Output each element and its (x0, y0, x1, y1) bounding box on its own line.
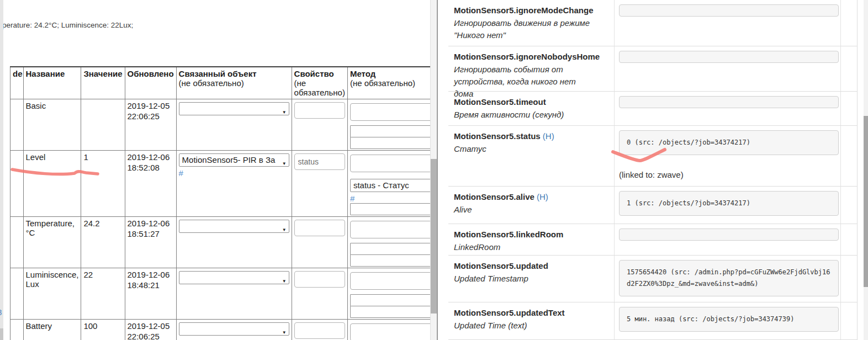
object-property-value-box[interactable]: 1 (src: /objects/?job=34374217) (619, 191, 839, 216)
table-header-row: de Название Значение Обновлено Связанный… (10, 67, 438, 99)
object-property-row: MotionSensor5.status (H) Статус 0 (src: … (448, 126, 858, 187)
page-root: perature: 24.2°C; Luminiscence: 22Lux; d… (0, 0, 868, 340)
method-input[interactable] (350, 125, 438, 137)
column-header-code: de (10, 67, 24, 99)
column-header-linked-object-title: Связанный объект (179, 69, 289, 78)
object-property-name: MotionSensor5.ignoreNobodysHome (454, 51, 601, 62)
column-header-updated: Обновлено (125, 67, 176, 99)
property-updated-cell: 2019-12-06 18:51:27 (125, 217, 176, 268)
linked-object-select[interactable]: ▼ (179, 271, 289, 284)
dropdown-arrow-icon: ▼ (282, 107, 287, 115)
updated-date: 2019-12-05 (128, 101, 174, 111)
column-header-value: Значение (81, 67, 125, 99)
property-input[interactable] (294, 220, 345, 236)
column-header-property-title: Свойство (294, 69, 345, 78)
method-input[interactable] (350, 294, 438, 306)
object-property-value-box[interactable] (619, 96, 839, 108)
object-property-name: MotionSensor5.ignoreModeChange (454, 5, 601, 16)
history-link[interactable]: (H) (537, 192, 548, 201)
object-property-name: MotionSensor5.timeout (454, 97, 601, 108)
history-link[interactable]: (H) (543, 131, 554, 141)
object-property-row: MotionSensor5.ignoreNobodysHome Игнориро… (448, 46, 858, 92)
column-header-method-title: Метод (350, 69, 438, 78)
dropdown-arrow-icon: ▼ (282, 224, 287, 233)
linked-object-select[interactable]: ▼ (179, 322, 289, 336)
object-property-name: MotionSensor5.status (454, 131, 541, 141)
method-input[interactable] (350, 272, 438, 290)
property-input[interactable] (294, 102, 345, 119)
object-property-row: MotionSensor5.alive (H) Alive 1 (src: /o… (448, 187, 858, 224)
object-property-value-box[interactable] (619, 4, 839, 17)
method-hash-link[interactable]: # (350, 194, 354, 203)
updated-date: 2019-12-06 (128, 219, 174, 229)
table-row-luminiscence: Luminiscence, Lux 22 2019-12-06 18:48:21… (10, 268, 438, 320)
object-properties-panel: MotionSensor5.ignoreModeChange Игнориров… (448, 0, 858, 340)
object-property-row: MotionSensor5.timeout Время активности (… (448, 92, 858, 126)
updated-time: 18:52:08 (128, 163, 174, 173)
object-property-row: MotionSensor5.linkedRoom LinkedRoom (448, 224, 858, 256)
object-property-name: MotionSensor5.updatedText (454, 307, 601, 318)
updated-time: 18:48:21 (128, 280, 174, 291)
method-input[interactable] (350, 243, 438, 255)
property-value-cell: 24.2 (81, 217, 125, 268)
method-input[interactable] (350, 137, 438, 149)
object-property-value-box[interactable]: 5 мин. назад (src: /objects/?job=3437473… (619, 307, 839, 332)
column-header-linked-object-note: (не обязательно) (179, 78, 289, 88)
object-property-description: Статус (454, 143, 592, 155)
object-property-description: Updated Timestamp (454, 273, 592, 285)
object-property-value-box[interactable]: 0 (src: /objects/?job=34374217) (619, 130, 839, 155)
battery-code-link-fragment[interactable]: 8 (0, 307, 3, 317)
linked-object-select[interactable]: MotionSensor5- PIR в За ▼ (179, 153, 289, 167)
method-input[interactable] (350, 254, 438, 267)
updated-time: 22:06:25 (128, 111, 174, 122)
dropdown-arrow-icon: ▼ (282, 327, 287, 336)
property-value-cell (81, 99, 125, 151)
object-property-description: Alive (454, 204, 592, 216)
property-updated-cell: 2019-12-06 18:48:21 (125, 268, 176, 320)
table-row-level: Level 1 2019-12-06 18:52:08 MotionSensor… (10, 151, 438, 217)
column-header-method: Метод (не обязательно) (347, 67, 438, 99)
property-name-cell: Luminiscence, Lux (23, 268, 81, 320)
property-value-cell: 1 (81, 151, 125, 217)
device-properties-table: de Название Значение Обновлено Связанный… (10, 66, 438, 340)
object-property-name: MotionSensor5.linkedRoom (454, 229, 601, 240)
linked-object-select[interactable]: ▼ (179, 102, 289, 115)
object-property-row: MotionSensor5.updatedText Updated Time (… (448, 302, 858, 340)
method-input[interactable] (350, 203, 438, 215)
property-value-cell: 22 (81, 268, 125, 320)
column-header-method-note: (не обязательно) (350, 78, 438, 88)
linked-object-hash-link[interactable]: # (179, 168, 183, 178)
object-property-value-box[interactable]: 1575654420 (src: /admin.php?pd=cGFuZWw6e… (619, 260, 839, 296)
updated-date: 2019-12-06 (128, 270, 174, 280)
object-property-value-box[interactable] (619, 51, 839, 63)
updated-date: 2019-12-06 (128, 152, 174, 163)
property-input[interactable] (294, 271, 345, 288)
method-input[interactable] (350, 323, 438, 340)
updated-time: 18:51:27 (128, 229, 174, 240)
page-scrollbar-thumb[interactable] (864, 116, 868, 287)
linked-object-select[interactable]: ▼ (179, 220, 289, 233)
property-name-cell: Level (23, 151, 81, 217)
column-header-property-note: (не обязательно) (294, 78, 345, 97)
object-property-value-box[interactable] (619, 229, 839, 241)
object-property-description: Игнорировать движения в режиме "Никого н… (454, 17, 592, 41)
table-row-basic: Basic 2019-12-05 22:06:25 ▼ (10, 99, 438, 151)
linked-to-note: (linked to: zwave) (619, 170, 840, 179)
property-input[interactable] (294, 322, 345, 339)
column-header-linked-object: Связанный объект (не обязательно) (176, 67, 292, 99)
method-select[interactable]: status - Статус (350, 179, 434, 192)
object-property-name: MotionSensor5.updated (454, 261, 601, 272)
method-input[interactable] (350, 155, 438, 172)
left-panel-scrollbar-thumb[interactable] (431, 159, 437, 314)
device-properties-panel: perature: 24.2°C; Luminiscence: 22Lux; d… (3, 0, 438, 340)
dropdown-arrow-icon: ▼ (282, 158, 287, 167)
column-header-name: Название (23, 67, 81, 99)
linked-object-select-value: MotionSensor5- PIR в За (182, 155, 276, 164)
updated-date: 2019-12-05 (128, 321, 174, 332)
method-input[interactable] (350, 221, 438, 238)
method-input[interactable] (350, 103, 438, 121)
method-input[interactable] (350, 306, 438, 318)
property-name-cell: Temperature, °C (23, 217, 81, 268)
dropdown-arrow-icon: ▼ (282, 275, 287, 284)
property-input[interactable] (294, 153, 345, 170)
